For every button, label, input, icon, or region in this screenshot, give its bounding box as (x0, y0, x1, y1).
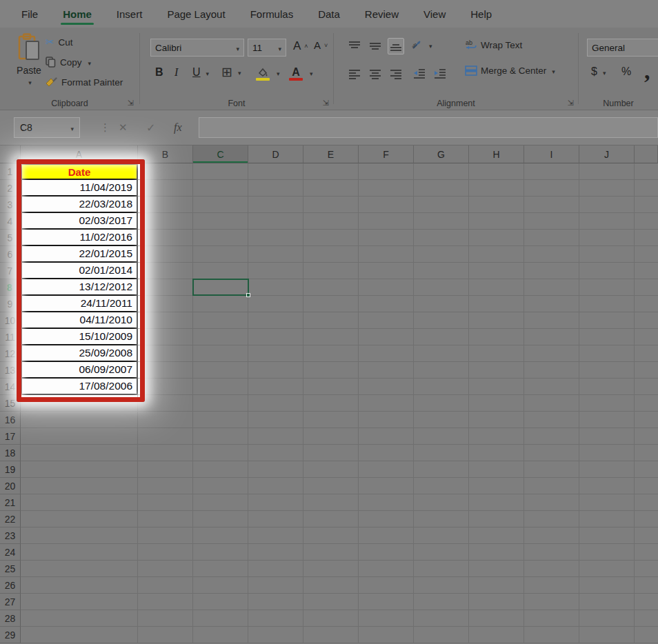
cell-C17[interactable] (193, 428, 248, 445)
cell-D19[interactable] (248, 461, 303, 478)
cell-B2[interactable] (138, 180, 193, 197)
cell-F21[interactable] (359, 494, 414, 511)
cell-D7[interactable] (248, 263, 303, 279)
cell-G4[interactable] (414, 213, 469, 230)
cell-D15[interactable] (248, 395, 303, 412)
number-format-select[interactable]: General (587, 39, 658, 57)
cell-D27[interactable] (248, 594, 303, 610)
cell-A25[interactable] (21, 561, 138, 577)
cell-J5[interactable] (579, 230, 635, 246)
cell-E6[interactable] (303, 246, 359, 263)
cell-H18[interactable] (469, 445, 524, 461)
cell-C23[interactable] (193, 527, 248, 544)
cell-G28[interactable] (414, 610, 469, 627)
font-name-select[interactable]: Calibri (150, 39, 244, 57)
cell-G7[interactable] (414, 263, 469, 279)
cell-E21[interactable] (303, 494, 359, 511)
cell-G24[interactable] (414, 544, 469, 561)
cell-D10[interactable] (248, 312, 303, 329)
cell-I20[interactable] (524, 478, 579, 494)
cell-B11[interactable] (138, 329, 193, 345)
cell-B14[interactable] (138, 379, 193, 395)
cell-A27[interactable] (21, 594, 138, 610)
cell-J11[interactable] (579, 329, 635, 345)
cell-E23[interactable] (303, 527, 359, 544)
cell-H19[interactable] (469, 461, 524, 478)
cell-I4[interactable] (524, 213, 579, 230)
cell-C1[interactable] (193, 163, 248, 180)
cell-F8[interactable] (359, 279, 414, 296)
cell-F2[interactable] (359, 180, 414, 197)
cell-I11[interactable] (524, 329, 579, 345)
top-align-button[interactable] (346, 38, 363, 54)
cell-I9[interactable] (524, 296, 579, 312)
cell-F20[interactable] (359, 478, 414, 494)
cell-D5[interactable] (248, 230, 303, 246)
cell-G27[interactable] (414, 594, 469, 610)
cell-J23[interactable] (579, 527, 635, 544)
cell-G12[interactable] (414, 345, 469, 362)
cell-E22[interactable] (303, 511, 359, 527)
cell-E26[interactable] (303, 577, 359, 594)
column-header-G[interactable]: G (414, 145, 469, 163)
cell-H4[interactable] (469, 213, 524, 230)
paste-dropdown-arrow[interactable] (26, 76, 32, 87)
cell-F28[interactable] (359, 610, 414, 627)
cell-J15[interactable] (579, 395, 635, 412)
cell-F15[interactable] (359, 395, 414, 412)
row-header-22[interactable]: 22 (0, 511, 21, 527)
cell-F24[interactable] (359, 544, 414, 561)
cell-G22[interactable] (414, 511, 469, 527)
cell-A29[interactable] (21, 627, 138, 643)
row-header-20[interactable]: 20 (0, 478, 21, 494)
cell-D29[interactable] (248, 627, 303, 643)
cell-H20[interactable] (469, 478, 524, 494)
cell-G18[interactable] (414, 445, 469, 461)
cell-H2[interactable] (469, 180, 524, 197)
cell-I28[interactable] (524, 610, 579, 627)
cell-C4[interactable] (193, 213, 248, 230)
cell-D25[interactable] (248, 561, 303, 577)
cell-I14[interactable] (524, 379, 579, 395)
tab-insert[interactable]: Insert (106, 0, 153, 28)
cell-F23[interactable] (359, 527, 414, 544)
cell-F27[interactable] (359, 594, 414, 610)
cell-G17[interactable] (414, 428, 469, 445)
cell-F26[interactable] (359, 577, 414, 594)
cell-E11[interactable] (303, 329, 359, 345)
comma-style-button[interactable]: , (644, 58, 650, 84)
cell-G21[interactable] (414, 494, 469, 511)
cell-B1[interactable] (138, 163, 193, 180)
cell-I17[interactable] (524, 428, 579, 445)
cell-I25[interactable] (524, 561, 579, 577)
cell-I22[interactable] (524, 511, 579, 527)
cell-D8[interactable] (248, 279, 303, 296)
cell-C27[interactable] (193, 594, 248, 610)
name-box[interactable]: C8 (14, 117, 80, 138)
cell-A22[interactable] (21, 511, 138, 527)
cell-C29[interactable] (193, 627, 248, 643)
cell-H17[interactable] (469, 428, 524, 445)
cell-I3[interactable] (524, 197, 579, 213)
cell-G11[interactable] (414, 329, 469, 345)
cell-J18[interactable] (579, 445, 635, 461)
cell-F19[interactable] (359, 461, 414, 478)
cell-I10[interactable] (524, 312, 579, 329)
cell-B13[interactable] (138, 362, 193, 379)
cell-C5[interactable] (193, 230, 248, 246)
cell-H27[interactable] (469, 594, 524, 610)
cell-J12[interactable] (579, 345, 635, 362)
cell-E24[interactable] (303, 544, 359, 561)
cell-I12[interactable] (524, 345, 579, 362)
column-header-B[interactable]: B (138, 145, 193, 163)
cell-B25[interactable] (138, 561, 193, 577)
cell-F18[interactable] (359, 445, 414, 461)
cell-J13[interactable] (579, 362, 635, 379)
cell-C20[interactable] (193, 478, 248, 494)
font-size-select[interactable]: 11 (248, 39, 286, 57)
cell-D20[interactable] (248, 478, 303, 494)
cell-E27[interactable] (303, 594, 359, 610)
cell-J8[interactable] (579, 279, 635, 296)
cell-B5[interactable] (138, 230, 193, 246)
cell-J3[interactable] (579, 197, 635, 213)
